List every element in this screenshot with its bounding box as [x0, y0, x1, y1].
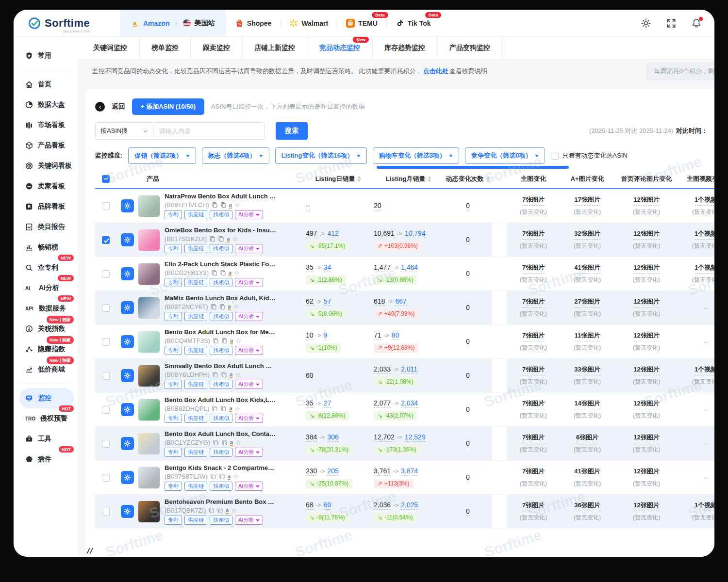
tab-1[interactable]: 榜单监控 — [140, 37, 191, 59]
platform-tiktok[interactable]: Tik TokBeta — [387, 10, 440, 36]
row-checkbox[interactable] — [102, 236, 110, 244]
copy-icon[interactable] — [211, 270, 217, 276]
copy-icon[interactable] — [220, 202, 227, 208]
copy-icon[interactable] — [213, 338, 219, 344]
row-checkbox[interactable] — [102, 440, 110, 448]
horizontal-scrollbar[interactable] — [377, 166, 569, 169]
select-all-checkbox[interactable] — [102, 175, 110, 183]
tag-ai-analysis[interactable]: AI分析 — [235, 516, 263, 525]
sidebar-item-19[interactable]: 插件HOT — [19, 449, 74, 469]
amazon-link-icon[interactable]: a — [229, 270, 232, 276]
tab-4[interactable]: 竞品动态监控New — [308, 37, 373, 59]
dynamic-only-checkbox[interactable]: 只看有动态变化的ASIN — [551, 151, 627, 160]
copy-icon[interactable] — [213, 439, 219, 446]
tag-ai-analysis[interactable]: AI分析 — [235, 380, 263, 389]
copy-icon[interactable] — [219, 304, 226, 310]
tag-supply-chain[interactable]: 供应链 — [184, 346, 207, 355]
product-thumbnail[interactable] — [138, 501, 160, 523]
row-settings-gear-button[interactable] — [121, 471, 134, 484]
platform-shopee[interactable]: SShopee — [226, 10, 281, 36]
row-checkbox[interactable] — [102, 304, 110, 312]
copy-icon[interactable] — [218, 236, 224, 242]
amazon-link-icon[interactable]: a — [228, 304, 231, 310]
product-thumbnail[interactable] — [138, 399, 160, 421]
row-settings-gear-button[interactable] — [121, 199, 134, 212]
tag-find-similar[interactable]: 找相似 — [210, 312, 232, 321]
tag-supply-chain[interactable]: 供应链 — [184, 448, 207, 457]
product-title[interactable]: NatraProw Bento Box Adult Lunch Box, All… — [165, 193, 276, 200]
sort-icon[interactable] — [486, 176, 490, 182]
row-checkbox[interactable] — [102, 474, 110, 482]
amazon-link-icon[interactable]: a — [229, 202, 232, 209]
amazon-link-icon[interactable]: a — [227, 236, 230, 242]
row-settings-gear-button[interactable] — [121, 505, 134, 518]
search-type-select[interactable]: 按ASIN搜 — [95, 122, 153, 140]
row-checkbox[interactable] — [102, 372, 110, 380]
tag-patent[interactable]: 专利 — [165, 516, 182, 525]
product-title[interactable]: Bento Box Adult Lunch Box for Men Women,… — [165, 328, 276, 336]
tag-find-similar[interactable]: 找相似 — [210, 380, 232, 389]
fullscreen-icon[interactable] — [666, 18, 677, 29]
filter-button-1[interactable]: 标志（筛选4项） — [202, 147, 269, 164]
tab-3[interactable]: 店铺上新监控 — [243, 37, 308, 59]
tab-0[interactable]: 关键词监控 — [82, 37, 140, 59]
copy-icon[interactable] — [221, 338, 228, 344]
add-asin-button[interactable]: + 添加ASIN (10/50) — [132, 98, 204, 115]
sidebar-item-17[interactable]: TRO侵权预警HOT — [19, 408, 74, 429]
product-title[interactable]: Bento Box Adult Lunch Box, Containers fo… — [165, 430, 276, 437]
sidebar-item-4[interactable]: 产品看板 — [19, 135, 74, 156]
tag-ai-analysis[interactable]: AI分析 — [235, 210, 263, 219]
tag-patent[interactable]: 专利 — [165, 448, 182, 457]
app-logo[interactable]: Sorftime Sort & Filter it Time — [28, 17, 101, 30]
amazon-link-icon[interactable]: a — [226, 507, 229, 514]
product-thumbnail[interactable] — [138, 433, 160, 455]
product-title[interactable]: Bentgo Kids Snack - 2 Compartment Leak-P… — [165, 464, 276, 471]
tag-find-similar[interactable]: 找相似 — [210, 210, 232, 219]
tag-find-similar[interactable]: 找相似 — [210, 516, 232, 525]
tag-find-similar[interactable]: 找相似 — [210, 244, 232, 253]
sidebar-item-5[interactable]: 关键词看板 — [19, 156, 74, 176]
tag-ai-analysis[interactable]: AI分析 — [235, 278, 263, 287]
row-checkbox[interactable] — [102, 202, 110, 210]
sort-icon[interactable] — [357, 176, 361, 182]
sidebar-item-15[interactable]: 低价商城New | 独家 — [19, 359, 74, 380]
product-thumbnail[interactable] — [138, 263, 160, 285]
sidebar-item-8[interactable]: 类目报告 — [19, 217, 74, 237]
copy-icon[interactable] — [212, 202, 218, 208]
copy-icon[interactable] — [221, 439, 228, 446]
settings-gear-icon[interactable] — [641, 18, 651, 29]
back-label[interactable]: 返回 — [112, 102, 125, 111]
filter-button-3[interactable]: 购物车变化（筛选3项） — [373, 147, 459, 164]
star-favorite-icon[interactable]: ☆ — [234, 202, 240, 208]
tag-supply-chain[interactable]: 供应链 — [184, 380, 207, 389]
tag-patent[interactable]: 专利 — [165, 346, 182, 355]
star-favorite-icon[interactable]: ☆ — [231, 507, 237, 514]
tab-6[interactable]: 产品变狗监控 — [438, 37, 503, 59]
sidebar-item-0[interactable]: 常用 — [19, 46, 74, 66]
copy-icon[interactable] — [212, 372, 218, 378]
tag-find-similar[interactable]: 找相似 — [210, 448, 232, 457]
star-favorite-icon[interactable]: ☆ — [233, 473, 239, 480]
row-settings-gear-button[interactable] — [121, 267, 134, 280]
product-thumbnail[interactable] — [138, 229, 160, 251]
tag-patent[interactable]: 专利 — [165, 210, 182, 219]
row-settings-gear-button[interactable] — [121, 369, 134, 382]
tag-supply-chain[interactable]: 供应链 — [184, 278, 207, 287]
star-favorite-icon[interactable]: ☆ — [235, 439, 241, 446]
platform-walmart[interactable]: Walmart — [281, 10, 337, 36]
copy-icon[interactable] — [209, 236, 215, 242]
amazon-link-icon[interactable]: a — [230, 439, 233, 446]
product-thumbnail[interactable] — [138, 297, 160, 319]
notice-link[interactable]: 点击此处 — [423, 67, 448, 76]
sort-icon[interactable] — [428, 176, 431, 182]
tag-patent[interactable]: 专利 — [165, 414, 182, 423]
tag-supply-chain[interactable]: 供应链 — [184, 414, 207, 423]
tag-ai-analysis[interactable]: AI分析 — [235, 244, 263, 253]
sidebar-item-7[interactable]: R品牌看板 — [19, 196, 74, 217]
tag-ai-analysis[interactable]: AI分析 — [235, 448, 263, 457]
tag-patent[interactable]: 专利 — [165, 244, 182, 253]
product-thumbnail[interactable] — [138, 467, 160, 489]
filter-button-0[interactable]: 促销（筛选2项） — [128, 147, 196, 164]
row-checkbox[interactable] — [102, 270, 110, 278]
star-favorite-icon[interactable]: ☆ — [234, 270, 240, 276]
